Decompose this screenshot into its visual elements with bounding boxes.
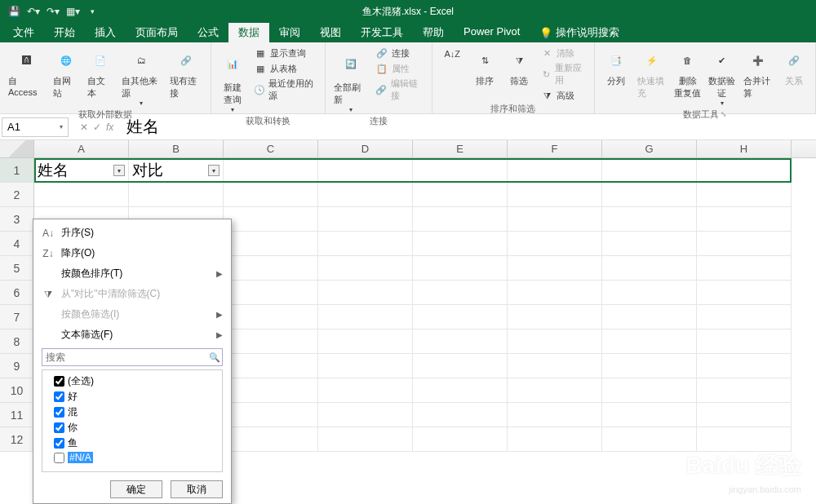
- row-9[interactable]: 9: [0, 354, 34, 378]
- filter-item-all[interactable]: (全选): [46, 374, 219, 389]
- cell[interactable]: [413, 256, 508, 281]
- select-all-corner[interactable]: [0, 140, 34, 157]
- cell[interactable]: [508, 256, 602, 281]
- cell[interactable]: [224, 183, 318, 207]
- col-C[interactable]: C: [224, 140, 318, 157]
- cell-B1[interactable]: 对比▾: [129, 158, 224, 183]
- undo-icon[interactable]: ↶▾: [24, 2, 42, 20]
- cell[interactable]: [697, 329, 792, 354]
- cell[interactable]: [697, 305, 792, 329]
- connections-button[interactable]: 🔗连接: [372, 46, 427, 60]
- filter-item[interactable]: 混: [46, 405, 219, 420]
- cell[interactable]: [224, 232, 318, 256]
- cell[interactable]: [602, 427, 697, 452]
- cell[interactable]: [413, 232, 508, 256]
- tab-dev[interactable]: 开发工具: [351, 23, 413, 42]
- table-icon[interactable]: ▦▾: [64, 2, 82, 20]
- cell[interactable]: [224, 403, 318, 427]
- filter-item[interactable]: 你: [46, 420, 219, 435]
- advanced-filter-button[interactable]: ⧩高级: [537, 88, 588, 103]
- cell[interactable]: [318, 232, 413, 256]
- cell[interactable]: [413, 403, 508, 427]
- tab-formula[interactable]: 公式: [188, 23, 228, 42]
- cell[interactable]: [508, 232, 602, 256]
- sort-asc-button[interactable]: A↓Z: [437, 46, 467, 103]
- save-icon[interactable]: 💾: [5, 2, 23, 20]
- cell[interactable]: [318, 354, 413, 378]
- text-to-columns-button[interactable]: 📑分列: [600, 46, 632, 108]
- cell[interactable]: [697, 378, 792, 403]
- cell[interactable]: [318, 183, 413, 207]
- cell[interactable]: [129, 183, 224, 207]
- fx-icon[interactable]: fx: [106, 122, 113, 133]
- cell[interactable]: [413, 329, 508, 354]
- cell[interactable]: [318, 403, 413, 427]
- filter-dropdown-A1[interactable]: ▾: [113, 165, 125, 176]
- cell[interactable]: [413, 354, 508, 378]
- cell[interactable]: [602, 232, 697, 256]
- col-A[interactable]: A: [34, 140, 129, 157]
- cell[interactable]: [697, 403, 792, 427]
- filter-search-input[interactable]: [42, 349, 207, 365]
- cell[interactable]: [508, 378, 602, 403]
- flash-fill-button[interactable]: ⚡快速填充: [634, 46, 670, 108]
- cell[interactable]: [318, 305, 413, 329]
- existing-conn-button[interactable]: 🔗现有连接: [166, 46, 206, 108]
- row-2[interactable]: 2: [0, 183, 34, 207]
- from-access-button[interactable]: 🅰自 Access: [5, 46, 48, 108]
- cell[interactable]: [224, 256, 318, 281]
- col-E[interactable]: E: [413, 140, 508, 157]
- cell[interactable]: [602, 354, 697, 378]
- cell[interactable]: [224, 378, 318, 403]
- filter-item[interactable]: 好: [46, 389, 219, 405]
- sort-asc-menuitem[interactable]: A↓升序(S): [33, 223, 231, 243]
- cell[interactable]: [508, 183, 602, 207]
- col-D[interactable]: D: [318, 140, 413, 157]
- cell[interactable]: [602, 256, 697, 281]
- new-query-button[interactable]: 📊新建 查询▾: [216, 46, 249, 115]
- cell[interactable]: [508, 305, 602, 329]
- formula-input[interactable]: 姓名: [120, 116, 816, 138]
- cancel-button[interactable]: 取消: [171, 480, 223, 498]
- tab-data[interactable]: 数据: [228, 23, 269, 42]
- from-web-button[interactable]: 🌐自网站: [50, 46, 82, 108]
- cell[interactable]: [413, 305, 508, 329]
- tab-insert[interactable]: 插入: [85, 23, 126, 42]
- text-filter-menuitem[interactable]: 文本筛选(F)▶: [33, 325, 231, 345]
- filter-item-na[interactable]: #N/A: [46, 451, 219, 464]
- row-11[interactable]: 11: [0, 403, 34, 427]
- cell[interactable]: [508, 403, 602, 427]
- cell[interactable]: [697, 281, 792, 305]
- col-F[interactable]: F: [508, 140, 602, 157]
- cell-D1[interactable]: [318, 158, 413, 183]
- cell[interactable]: [224, 305, 318, 329]
- cell[interactable]: [697, 183, 792, 207]
- cell[interactable]: [697, 427, 792, 452]
- row-3[interactable]: 3: [0, 207, 34, 232]
- cell-F1[interactable]: [508, 158, 602, 183]
- cell[interactable]: [697, 354, 792, 378]
- search-icon[interactable]: 🔍: [207, 352, 222, 363]
- tab-layout[interactable]: 页面布局: [126, 23, 188, 42]
- cell[interactable]: [413, 281, 508, 305]
- cell[interactable]: [318, 329, 413, 354]
- cell[interactable]: [224, 207, 318, 232]
- row-4[interactable]: 4: [0, 232, 34, 256]
- cell[interactable]: [697, 207, 792, 232]
- sort-button[interactable]: ⇅排序: [468, 46, 501, 103]
- cell[interactable]: [508, 427, 602, 452]
- row-7[interactable]: 7: [0, 305, 34, 329]
- tab-file[interactable]: 文件: [3, 23, 44, 42]
- cell[interactable]: [602, 329, 697, 354]
- cell-A1[interactable]: 姓名▾: [34, 158, 129, 183]
- remove-dup-button[interactable]: 🗑删除 重复值: [672, 46, 704, 108]
- cell[interactable]: [413, 207, 508, 232]
- tell-me[interactable]: 💡 操作说明搜索: [530, 23, 629, 42]
- sort-color-menuitem[interactable]: 按颜色排序(T)▶: [33, 263, 231, 284]
- row-5[interactable]: 5: [0, 256, 34, 281]
- cell[interactable]: [34, 183, 129, 207]
- cell[interactable]: [318, 281, 413, 305]
- cell[interactable]: [602, 305, 697, 329]
- row-10[interactable]: 10: [0, 378, 34, 403]
- cell[interactable]: [602, 378, 697, 403]
